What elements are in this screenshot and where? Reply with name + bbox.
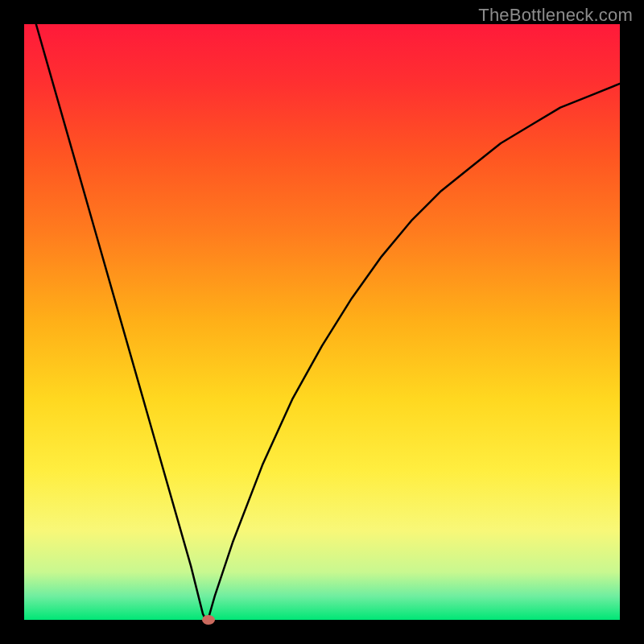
plot-area	[24, 24, 620, 620]
optimum-marker	[202, 615, 215, 625]
chart-stage: TheBottleneck.com	[0, 0, 644, 644]
watermark-text: TheBottleneck.com	[478, 5, 633, 26]
curve-layer	[24, 24, 620, 620]
bottleneck-curve	[36, 24, 620, 620]
